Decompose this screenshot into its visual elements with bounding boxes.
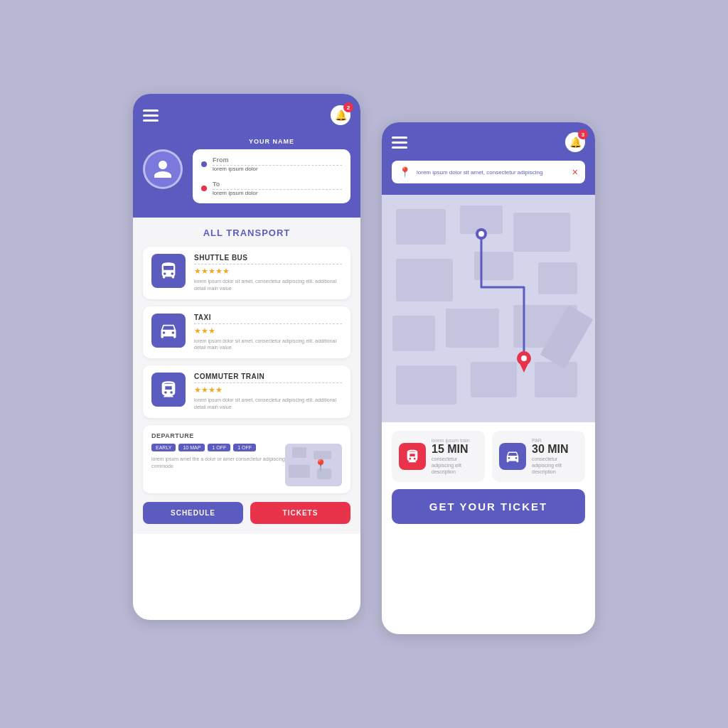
user-icon [152,159,173,180]
phone-1: 🔔 2 YOUR NAME From [133,94,360,620]
commuter-train-desc: lorem ipsum dolor sit amet, consectetur … [194,397,342,411]
from-value: lorem ipsum dolor [213,166,342,172]
to-value: lorem ipsum dolor [213,190,342,196]
train-card-icon-box [399,443,426,470]
get-ticket-button[interactable]: GET YOUR TICKET [392,489,585,524]
svg-point-23 [521,355,527,361]
shuttle-desc: lorem ipsum dolor sit amet, consectetur … [194,278,342,292]
phone2-footer: GET YOUR TICKET [382,489,595,535]
notification-icon[interactable]: 🔔 2 [331,105,350,125]
section-title: ALL TRANSPORT [143,228,350,238]
svg-rect-16 [471,362,517,397]
profile-row: YOUR NAME From lorem ipsum dolor [143,135,350,203]
info-card-train[interactable]: lorem ipsum train 15 MIN consectetur adi… [392,431,485,482]
dep-tag-10map[interactable]: 10 MAP [178,444,205,451]
search-text: lorem ipsum dolor sit amet, consectetur … [417,169,567,176]
shuttle-stars: ★★★★★ [194,267,342,276]
svg-rect-8 [513,213,570,252]
phone1-topbar: 🔔 2 [143,105,350,125]
phone2-header: 🔔 3 📍 lorem ipsum dolor sit amet, consec… [382,122,595,195]
svg-rect-15 [396,365,456,405]
train-card-icon [405,449,420,464]
commuter-train-details: COMMUTER TRAIN ★★★★ lorem ipsum dolor si… [194,373,342,411]
svg-rect-3 [289,465,310,478]
avatar [143,149,183,189]
train-icon [159,380,178,400]
info-card-car[interactable]: PAR 30 MIN consectetur adipiscing elit d… [492,431,585,482]
svg-rect-10 [396,259,453,301]
svg-rect-6 [396,209,446,245]
search-close-icon[interactable]: × [572,166,578,178]
svg-rect-13 [446,309,499,348]
transport-card-taxi[interactable]: TAXI ★★★ lorem ipsum dolor sit amet, con… [143,306,350,359]
route-to-row: To lorem ipsum dolor [201,181,342,196]
taxi-stars: ★★★ [194,326,342,336]
user-name-label: YOUR NAME [193,138,350,145]
taxi-name: TAXI [194,314,342,321]
commuter-train-dashes [194,382,342,383]
train-card-bottom-label: consectetur adipiscing elit description [432,456,478,475]
train-card-top-label: lorem ipsum train [432,438,478,443]
taxi-desc: lorem ipsum dolor sit amet, consectetur … [194,338,342,352]
departure-section: DEPARTURE 📍 EARLY 10 MAP 1 OFF 1 OF [143,425,350,493]
phone1-body: ALL TRANSPORT SHUTTLE BUS ★★★★★ lorem ip… [133,218,360,534]
tickets-button[interactable]: TICKETS [250,502,350,524]
phones-container: 🔔 2 YOUR NAME From [133,94,595,634]
route-from-row: From lorem ipsum dolor [201,156,342,172]
departure-tags: EARLY 10 MAP 1 OFF 1 OFF [151,444,285,451]
mini-map: 📍 [285,444,342,486]
phone2-notification-icon[interactable]: 🔔 3 [565,132,585,152]
from-dot [201,161,207,167]
shuttle-dashes [194,264,342,264]
departure-title: DEPARTURE [151,432,342,439]
car-card-bottom-label: consectetur adipiscing elit description [532,456,578,475]
svg-rect-17 [535,362,577,397]
taxi-icon-box [151,314,186,348]
train-card-content: lorem ipsum train 15 MIN consectetur adi… [432,438,478,475]
car-card-top-label: PAR [532,438,578,443]
phone1-buttons: SCHEDULE TICKETS [143,502,350,524]
phone-2: 🔔 3 📍 lorem ipsum dolor sit amet, consec… [382,122,595,634]
commuter-train-name: COMMUTER TRAIN [194,373,342,380]
svg-point-20 [478,231,484,237]
car-icon [159,321,178,341]
shuttle-name: SHUTTLE BUS [194,254,342,262]
dep-tag-early[interactable]: EARLY [151,444,176,451]
car-card-icon [505,449,520,464]
info-cards-row: lorem ipsum train 15 MIN consectetur adi… [382,422,595,489]
route-box: From lorem ipsum dolor To lorem ip [193,149,350,203]
to-dot [201,186,207,191]
shuttle-bus-icon-box [151,254,186,288]
phone2-hamburger-icon[interactable] [392,136,407,149]
transport-card-shuttle[interactable]: SHUTTLE BUS ★★★★★ lorem ipsum dolor sit … [143,247,350,299]
phone2-notification-badge: 3 [578,129,588,139]
taxi-details: TAXI ★★★ lorem ipsum dolor sit amet, con… [194,314,342,352]
svg-rect-1 [292,447,306,458]
map-area [382,195,595,422]
search-bar[interactable]: 📍 lorem ipsum dolor sit amet, consectetu… [392,161,585,183]
dep-tag-1off-1[interactable]: 1 OFF [208,444,230,451]
phone2-topbar: 🔔 3 [392,132,585,152]
car-card-icon-box [499,443,526,470]
svg-rect-12 [392,316,435,351]
shuttle-details: SHUTTLE BUS ★★★★★ lorem ipsum dolor sit … [194,254,342,292]
train-icon-box [151,373,186,407]
dep-tag-1off-2[interactable]: 1 OFF [233,444,256,451]
train-card-time: 15 MIN [432,443,478,456]
transport-card-train[interactable]: COMMUTER TRAIN ★★★★ lorem ipsum dolor si… [143,365,350,418]
hamburger-icon[interactable] [143,109,159,122]
schedule-button[interactable]: SCHEDULE [143,502,243,524]
from-label: From [213,156,342,164]
notification-badge: 2 [343,102,353,112]
phone1-header: 🔔 2 YOUR NAME From [133,94,360,218]
bus-icon [159,261,178,281]
car-card-time: 30 MIN [532,443,578,456]
to-label: To [213,181,342,188]
svg-rect-11 [474,252,513,280]
car-card-content: PAR 30 MIN consectetur adipiscing elit d… [532,438,578,475]
taxi-dashes [194,323,342,324]
map-svg [382,195,595,422]
commuter-train-stars: ★★★★ [194,385,342,395]
mini-map-pin: 📍 [314,459,328,472]
svg-rect-9 [538,262,577,294]
